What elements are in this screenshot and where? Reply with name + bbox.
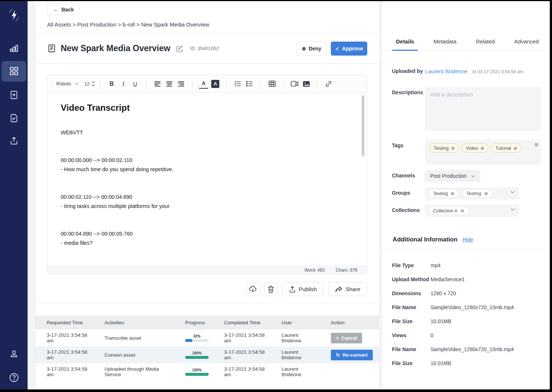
insert-video-icon[interactable] [290, 79, 299, 89]
remove-group-icon[interactable]: ⊗ [484, 191, 488, 196]
chevron-down-icon[interactable] [510, 208, 515, 211]
sidebar-item-help[interactable] [8, 372, 20, 383]
underline-icon[interactable]: U [130, 79, 140, 89]
font-size-value: 12 [84, 81, 89, 86]
back-button[interactable]: ← Back [47, 4, 80, 15]
col-requested-time: Requested Time [35, 320, 93, 325]
collection-chip[interactable]: Collection A ⊗ [429, 206, 469, 215]
cue-text: - How much time do you spend doing repet… [61, 165, 345, 174]
sidebar-item-analytics[interactable] [9, 43, 19, 54]
tag-chip[interactable]: Video ⊗ [462, 144, 488, 152]
info-value: MediaService1 [431, 276, 465, 282]
group-chip[interactable]: Testing ⊗ [429, 189, 459, 198]
trash-icon [268, 286, 274, 293]
download-button[interactable] [246, 282, 260, 296]
back-arrow-icon: ← [53, 7, 59, 13]
approve-check-icon: ✓ [335, 46, 340, 52]
col-activities: Activities [93, 320, 174, 325]
deny-button[interactable]: ⊗ Deny [297, 42, 326, 56]
uploaded-by-label: Uploaded by [392, 66, 425, 75]
chevron-down-icon[interactable] [510, 191, 515, 194]
progress-label: 32% [193, 334, 201, 338]
insert-table-icon[interactable] [267, 79, 277, 89]
tab-details[interactable]: Details [392, 38, 418, 51]
channels-select[interactable]: Post Production [425, 170, 480, 182]
share-label: Share [346, 286, 360, 292]
tags-field[interactable]: Testing ⊗ Video ⊗ Tutorial ⊗ ⊗ [425, 140, 541, 165]
groups-field[interactable]: Testing ⊗ Testing ⊗ [425, 187, 519, 199]
channels-label: Channels [392, 170, 425, 182]
remove-tag-icon[interactable]: ⊗ [451, 145, 455, 151]
clear-tags-icon[interactable]: ⊗ [534, 141, 539, 148]
tags-label: Tags [392, 140, 425, 165]
share-button[interactable]: Share [328, 282, 367, 296]
font-family-value: Roboto [56, 81, 71, 86]
publish-label: Publish [299, 286, 317, 292]
highlight-icon[interactable]: A [210, 79, 220, 89]
info-label: Views [392, 332, 431, 338]
transcript-body[interactable]: Video Transcript WEBVTT 00:00:00.000 -->… [47, 93, 367, 266]
collection-label: Collection A [433, 208, 457, 213]
ordered-list-icon[interactable] [233, 79, 243, 89]
insert-image-icon[interactable] [301, 79, 311, 89]
tag-label: Tutorial [495, 145, 511, 151]
info-label: File Type [392, 262, 431, 268]
insert-link-icon[interactable] [324, 79, 333, 89]
font-size-stepper[interactable]: 12 [84, 81, 95, 86]
channels-value: Post Production [430, 173, 467, 179]
bold-icon[interactable]: B [107, 79, 116, 89]
reconvert-button[interactable]: ↻ Re-convert [331, 350, 373, 360]
panel-gutter [379, 1, 382, 389]
bullet-list-icon[interactable] [245, 79, 254, 89]
delete-button[interactable] [264, 282, 278, 296]
tab-advanced[interactable]: Advanced [510, 38, 542, 51]
progress-bar [185, 356, 209, 359]
transcript-heading: Video Transcript [61, 103, 345, 113]
collections-label: Collections [392, 205, 425, 217]
remove-collection-icon[interactable]: ⊗ [460, 208, 464, 213]
breadcrumb[interactable]: All Assets > Post Production > b-roll > … [47, 21, 379, 28]
deny-circle-x-icon: ⊗ [302, 46, 306, 52]
font-family-select[interactable]: Roboto [56, 81, 78, 86]
remove-group-icon[interactable]: ⊗ [451, 191, 455, 196]
approve-button[interactable]: ✓ Approve [331, 42, 367, 56]
info-value: 0 [431, 332, 434, 338]
tab-related[interactable]: Related [472, 38, 499, 51]
remove-tag-icon[interactable]: ⊗ [513, 145, 517, 151]
tag-chip[interactable]: Testing ⊗ [429, 144, 459, 152]
info-label: File Size [392, 360, 431, 366]
app-logo-bolt-icon[interactable] [4, 6, 24, 25]
sidebar-item-dashboard[interactable] [8, 66, 20, 77]
tab-metadata[interactable]: Metadata [430, 38, 460, 51]
cell-completed: 3-17-2021 3:54:58 am [213, 366, 270, 377]
sidebar-item-profile[interactable] [9, 349, 19, 359]
editor-scrollbar[interactable] [362, 95, 364, 156]
cancel-button[interactable]: × Cancel [331, 333, 362, 343]
sidebar-item-documents[interactable] [9, 113, 19, 123]
align-right-icon[interactable] [176, 79, 186, 89]
page-title: New Spark Media Overview [61, 43, 170, 53]
cue-time: 00:00:04.890 --> 00:00:05.760 [61, 229, 345, 239]
deny-label: Deny [309, 46, 321, 52]
description-input[interactable] [425, 87, 541, 131]
publish-button[interactable]: Publish [282, 282, 324, 296]
italic-icon[interactable]: I [118, 79, 128, 89]
align-center-icon[interactable] [164, 79, 174, 89]
sidebar-item-export[interactable] [9, 136, 19, 145]
char-count: Chars: 876 [336, 268, 357, 273]
sidebar-item-file-upload[interactable] [9, 90, 19, 100]
cell-completed: 3-17-2021 3:54:58 am [213, 349, 270, 360]
edit-title-icon[interactable] [176, 45, 184, 53]
descriptions-label: Descriptions [392, 87, 425, 133]
align-left-icon[interactable] [153, 79, 162, 89]
collections-field[interactable]: Collection A ⊗ [425, 205, 519, 217]
remove-tag-icon[interactable]: ⊗ [480, 145, 484, 151]
group-chip[interactable]: Testing ⊗ [462, 189, 493, 198]
uploader-link[interactable]: Laurent Bridenne [425, 68, 467, 74]
hide-link[interactable]: Hide [463, 237, 473, 243]
tag-chip[interactable]: Tutorial ⊗ [491, 144, 521, 152]
left-gutter [28, 1, 35, 389]
group-label: Testing [467, 191, 481, 196]
info-row: Dimensions 1280 x 720 [392, 286, 541, 300]
text-color-icon[interactable]: A [199, 79, 208, 89]
